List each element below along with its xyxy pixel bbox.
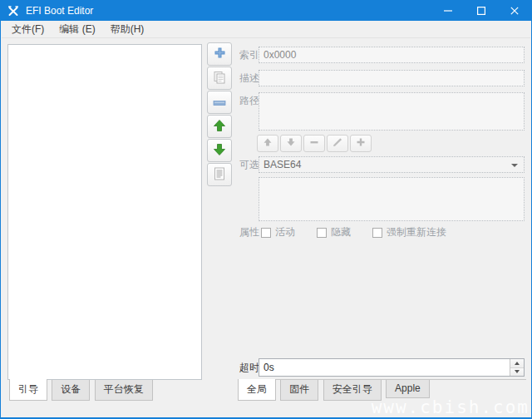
- pencil-icon: [332, 137, 342, 150]
- add-entry-button[interactable]: [207, 42, 232, 66]
- close-button[interactable]: [498, 1, 531, 21]
- checkbox-force-reconnect[interactable]: 强制重新连接: [372, 225, 446, 239]
- path-move-up-button[interactable]: [257, 135, 278, 152]
- checkbox-icon: [317, 228, 327, 238]
- tab-platform-recovery[interactable]: 平台恢复: [95, 380, 153, 401]
- path-toolbar: [257, 135, 373, 152]
- path-move-down-button[interactable]: [280, 135, 302, 152]
- optional-label: 可选: [239, 156, 259, 173]
- optional-format-value: BASE64: [264, 159, 301, 170]
- spin-up-button[interactable]: [510, 359, 524, 368]
- maximize-button[interactable]: [465, 1, 498, 21]
- details-button[interactable]: [207, 163, 232, 186]
- tab-firmware[interactable]: 固件: [280, 380, 318, 401]
- window-title: EFI Boot Editor: [26, 5, 93, 17]
- menu-edit[interactable]: 编辑 (E): [54, 21, 100, 38]
- copy-icon: [213, 71, 226, 86]
- triangle-up-icon: [515, 362, 520, 365]
- right-tabrow: 全局 固件 安全引导 Apple: [238, 379, 526, 398]
- tab-global[interactable]: 全局: [238, 379, 276, 401]
- minus-icon: [213, 96, 226, 108]
- attributes-row: 活动 隐藏 强制重新连接: [261, 225, 468, 239]
- move-up-button[interactable]: [207, 115, 232, 138]
- menu-help[interactable]: 帮助(H): [106, 21, 150, 38]
- spin-down-button[interactable]: [510, 368, 524, 377]
- document-lines-icon: [214, 167, 225, 183]
- triangle-down-icon: [515, 370, 520, 373]
- checkbox-active[interactable]: 活动: [261, 225, 295, 239]
- arrow-up-icon: [263, 137, 273, 150]
- efi-boot-editor-window: EFI Boot Editor 文件(F) 编辑 (E) 帮助(H) 引导 设备…: [0, 0, 532, 419]
- entry-toolbar: [207, 42, 232, 187]
- plus-icon: [214, 47, 226, 62]
- spinner-buttons: [510, 359, 524, 376]
- optional-data-field[interactable]: [259, 177, 525, 221]
- index-label: 索引: [239, 47, 259, 63]
- checkbox-hidden[interactable]: 隐藏: [317, 225, 351, 239]
- remove-entry-button[interactable]: [207, 91, 232, 114]
- description-label: 描述: [239, 70, 259, 86]
- timeout-value: 0s: [264, 362, 274, 373]
- left-tabrow: 引导 设备 平台恢复: [9, 380, 155, 399]
- titlebar: EFI Boot Editor: [1, 1, 531, 21]
- boot-entries-list[interactable]: [7, 44, 202, 380]
- chevron-down-icon: [511, 164, 518, 167]
- checkbox-icon: [261, 228, 271, 238]
- index-field[interactable]: 0x0000: [259, 47, 525, 63]
- description-field[interactable]: [259, 70, 525, 86]
- arrow-down-icon: [213, 143, 226, 159]
- plus-icon: [356, 137, 366, 150]
- path-label: 路径: [239, 92, 259, 109]
- timeout-label: 超时: [239, 359, 259, 376]
- window-controls: [431, 1, 531, 21]
- path-add-button[interactable]: [350, 135, 372, 152]
- menubar: 文件(F) 编辑 (E) 帮助(H): [2, 21, 530, 38]
- menu-file[interactable]: 文件(F): [7, 21, 49, 38]
- path-remove-button[interactable]: [303, 135, 325, 152]
- minimize-button[interactable]: [431, 1, 465, 21]
- path-edit-button[interactable]: [327, 135, 348, 152]
- path-field[interactable]: [259, 92, 525, 131]
- arrow-up-icon: [213, 119, 226, 135]
- optional-format-select[interactable]: BASE64: [259, 156, 525, 173]
- tab-apple[interactable]: Apple: [386, 380, 430, 398]
- watermark: www.cbish.com: [372, 397, 530, 417]
- duplicate-entry-button[interactable]: [207, 67, 232, 90]
- wrench-tools-icon: [7, 5, 19, 17]
- timeout-spinner[interactable]: 0s: [259, 358, 525, 377]
- move-down-button[interactable]: [207, 139, 232, 162]
- attributes-label: 属性: [239, 224, 259, 240]
- checkbox-icon: [372, 228, 382, 238]
- arrow-down-icon: [286, 137, 296, 150]
- minus-icon: [309, 137, 319, 150]
- tab-devices[interactable]: 设备: [52, 380, 90, 401]
- tab-boot[interactable]: 引导: [9, 379, 47, 401]
